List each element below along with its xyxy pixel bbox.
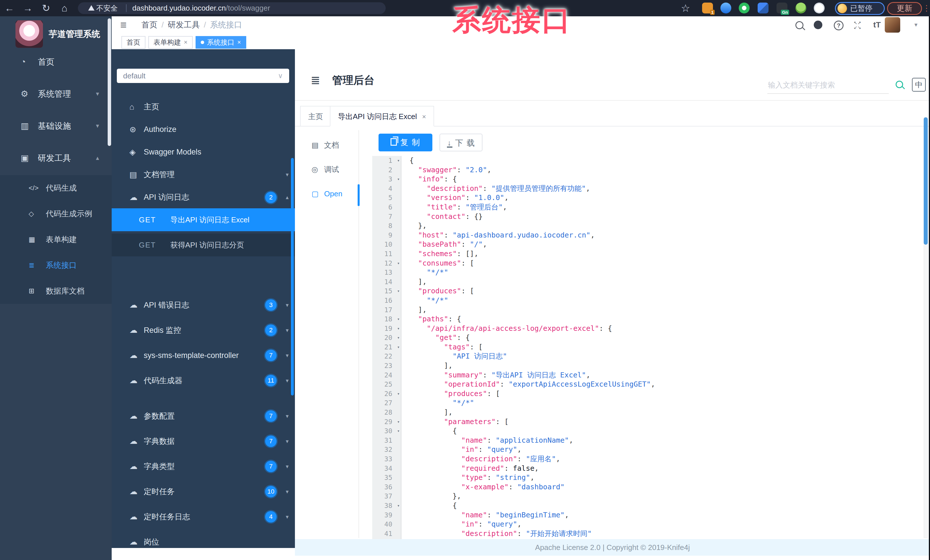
sidebar-menu-item[interactable]: ▣ 研发工具 ▴ [0,142,112,174]
controller-label: 定时任务日志 [144,504,190,529]
extension-icon[interactable]: 1 [702,3,713,14]
breadcrumb-item[interactable]: 首页 [142,20,157,29]
controller-item[interactable]: ☁ 参数配置 7 ▾ [112,404,295,429]
swagger-nav-item[interactable]: ☁ API 访问日志 2 ▴ [112,186,295,209]
profile-paused-chip[interactable]: 已暂停 [835,2,885,15]
doc-side-tab[interactable]: ◎ 调试 [303,157,358,182]
line-number[interactable]: 15▾ [372,287,401,296]
line-number[interactable]: 3▾ [372,175,401,184]
user-menu-caret-icon[interactable]: ▼ [913,16,919,34]
header-search-icon[interactable] [795,21,804,29]
controller-item[interactable]: ☁ 字典数据 7 ▾ [112,429,295,454]
swagger-nav-item[interactable]: ◈ Swagger Models [112,141,295,163]
extension-icon[interactable] [814,3,825,14]
fold-arrow-icon: ▾ [397,501,400,511]
code-line: "*/*" [410,268,930,277]
swagger-sidebar-scrollbar[interactable] [291,158,294,396]
controller-item[interactable]: ☁ 定时任务日志 4 ▾ [112,504,295,529]
fullscreen-icon[interactable]: ↖↗↙↘ [853,21,862,30]
controller-item[interactable]: ☁ Redis 监控 2 ▾ [112,318,295,343]
language-toggle[interactable]: 中 [912,78,926,92]
line-number: 41 [372,529,401,539]
page-scrollbar-thumb[interactable] [924,117,928,245]
sidebar-menu-item[interactable]: ▥ 基础设施 ▾ [0,110,112,142]
close-icon[interactable]: × [237,37,241,48]
browser-menu-icon[interactable]: ⋮ [922,0,930,16]
fold-arrow-icon: ▾ [397,389,400,399]
line-number[interactable]: 18▾ [372,315,401,324]
copy-button[interactable]: 复 制 [379,133,433,151]
line-number: 11 [372,249,401,259]
close-icon[interactable]: × [184,37,188,48]
sidebar-submenu-item[interactable]: ≣ 系统接口 [0,252,112,278]
font-size-icon[interactable]: tT [870,16,884,34]
tag-tab[interactable]: 首页 [122,36,145,49]
doc-search-icon[interactable] [896,81,903,88]
controller-item[interactable]: ☁ 岗位 [112,529,295,548]
controller-item[interactable]: ☁ API 错误日志 3 ▾ [112,293,295,318]
code-line: "host": "api-dashboard.yudao.iocoder.cn"… [410,231,930,240]
tag-tab[interactable]: 表单构建 × [148,36,193,49]
sidebar-submenu-item[interactable]: </> 代码生成 [0,175,112,201]
sidebar-submenu-item[interactable]: ▦ 表单构建 [0,227,112,252]
doc-side-tab[interactable]: ▤ 文档 [303,133,358,157]
controller-item[interactable]: ☁ 代码生成器 11 ▾ [112,368,295,393]
line-number[interactable]: 26▾ [372,389,401,399]
browser-back-icon[interactable]: ← [2,0,17,16]
browser-reload-icon[interactable]: ↻ [39,0,53,16]
code-line: "in": "query", [410,520,930,529]
api-group-select[interactable]: default ∨ [117,69,289,83]
doc-search-input[interactable] [767,77,889,94]
user-avatar[interactable] [885,17,900,33]
tag-tab[interactable]: 系统接口 × [196,36,246,49]
api-endpoint-item[interactable]: GET 导出API 访问日志 Excel [112,208,295,231]
line-number[interactable]: 38▾ [372,501,401,511]
download-button[interactable]: ↓下 载 [439,133,482,151]
extension-icon[interactable] [721,3,731,14]
address-bar[interactable]: 不安全 dashboard.yudao.iocoder.cn/tool/swag… [78,2,386,14]
code-line: ], [410,408,930,417]
controller-item[interactable]: ☁ 字典类型 7 ▾ [112,454,295,479]
nav-item-icon: ☁ [129,186,137,209]
controller-item[interactable]: ☁ 定时任务 10 ▾ [112,479,295,504]
code-lines[interactable]: { "swagger": "2.0", "info": { "descripti… [402,156,930,539]
api-endpoint-item[interactable]: GET 获得API 访问日志分页 [112,233,295,256]
doc-side-tab[interactable]: ▢ Open [303,182,358,206]
browser-update-button[interactable]: 更新 [887,2,922,15]
sidebar-menu-item[interactable]: ◔ 首页 [0,46,112,78]
bookmark-star-icon[interactable]: ☆ [681,0,690,16]
nav-item-icon: ⌂ [129,95,134,118]
line-number[interactable]: 30▾ [372,427,401,436]
swagger-nav-item[interactable]: ▤ 文档管理 ▾ [112,163,295,186]
sidebar-submenu-item[interactable]: ◇ 代码生成示例 [0,201,112,227]
sidebar-menu-item[interactable]: ⚙ 系统管理 ▾ [0,78,112,110]
url-text[interactable]: dashboard.yudao.iocoder.cn/tool/swagger [132,2,270,14]
sidebar-collapse-icon[interactable]: ≡ [120,16,126,34]
close-icon[interactable]: × [422,113,426,120]
github-icon[interactable] [814,21,822,29]
doc-tab-export-excel[interactable]: 导出API 访问日志 Excel× [330,106,434,126]
line-number[interactable]: 19▾ [372,324,401,333]
menu-item-label: 系统管理 [38,78,71,110]
controller-item[interactable]: ☁ sys-sms-template-controller 7 ▾ [112,343,295,368]
line-number[interactable]: 1▾ [372,156,401,166]
help-icon[interactable]: ? [834,21,844,30]
browser-forward-icon[interactable]: → [21,0,35,16]
doc-tab-home[interactable]: 主页 [300,106,331,126]
doc-collapse-icon[interactable]: ≣ [311,72,320,89]
fold-arrow-icon: ▾ [397,156,400,166]
extension-icon[interactable] [795,3,806,14]
extension-icon[interactable] [758,3,768,14]
extension-icon[interactable]: Gn [776,3,787,14]
code-gutter: 1▾23▾456789101112▾131415▾161718▾19▾20▾21… [372,156,402,539]
line-number[interactable]: 21▾ [372,342,401,352]
swagger-nav-item[interactable]: ⌂ 主页 [112,95,295,118]
line-number[interactable]: 29▾ [372,417,401,427]
line-number[interactable]: 20▾ [372,333,401,342]
line-number[interactable]: 12▾ [372,259,401,268]
swagger-nav-item[interactable]: ⊛ Authorize [112,118,295,141]
sidebar-submenu-item[interactable]: ⊞ 数据库文档 [0,278,112,304]
breadcrumb-item[interactable]: 研发工具 [168,20,200,29]
extension-icon[interactable] [739,3,750,14]
browser-home-icon[interactable]: ⌂ [57,0,72,16]
